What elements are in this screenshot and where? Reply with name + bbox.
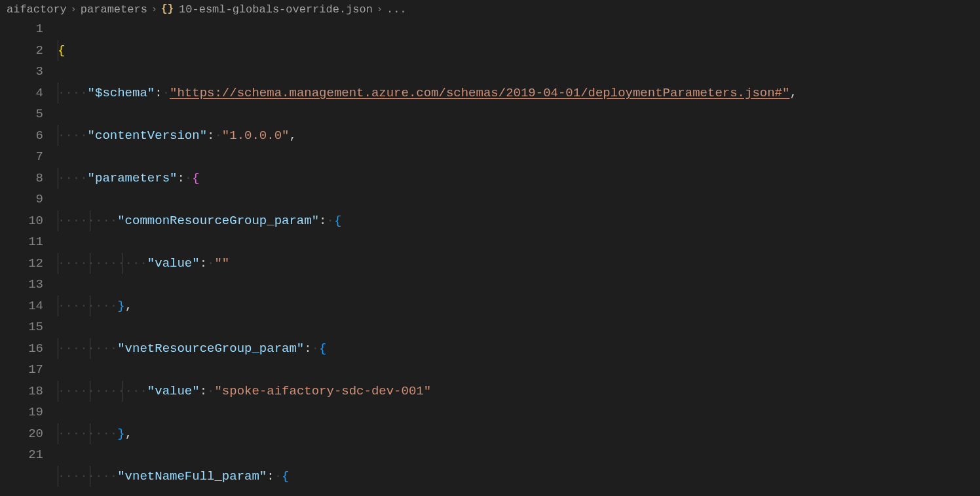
breadcrumb-segment[interactable]: parameters: [81, 3, 147, 16]
line-number: 9: [7, 189, 43, 210]
code-line[interactable]: ····"parameters":·{: [58, 168, 980, 189]
schema-url[interactable]: "https://schema.management.azure.com/sch…: [170, 86, 789, 100]
code-editor[interactable]: 1 2 3 4 5 6 7 8 9 10 11 12 13 14 15 16 1…: [0, 18, 980, 496]
breadcrumb[interactable]: aifactory › parameters › {} 10-esml-glob…: [0, 0, 980, 18]
line-number-gutter: 1 2 3 4 5 6 7 8 9 10 11 12 13 14 15 16 1…: [0, 18, 58, 496]
chevron-right-icon: ›: [71, 4, 77, 15]
chevron-right-icon: ›: [151, 4, 157, 15]
code-line[interactable]: ····"contentVersion":·"1.0.0.0",: [58, 125, 980, 147]
breadcrumb-segment[interactable]: aifactory: [7, 3, 67, 16]
line-number: 3: [7, 61, 43, 83]
line-number: 19: [7, 402, 43, 423]
line-number: 20: [7, 423, 43, 445]
chevron-right-icon: ›: [377, 4, 383, 15]
line-number: 11: [7, 231, 43, 253]
line-number: 7: [7, 146, 43, 168]
line-number: 18: [7, 381, 43, 402]
line-number: 6: [7, 125, 43, 147]
code-line[interactable]: ········"commonResourceGroup_param":·{: [58, 210, 980, 232]
line-number: 10: [7, 210, 43, 232]
code-line[interactable]: {: [58, 40, 980, 62]
line-number: 1: [7, 18, 43, 40]
line-number: 8: [7, 168, 43, 189]
code-line[interactable]: ····"$schema":·"https://schema.managemen…: [58, 83, 980, 104]
line-number: 4: [7, 83, 43, 104]
breadcrumb-filename[interactable]: 10-esml-globals-override.json: [179, 3, 373, 16]
code-line[interactable]: ········},: [58, 296, 980, 317]
line-number: 12: [7, 253, 43, 275]
code-content[interactable]: { ····"$schema":·"https://schema.managem…: [58, 18, 980, 496]
line-number: 13: [7, 274, 43, 296]
code-line[interactable]: ············"value":·"": [58, 253, 980, 275]
code-line[interactable]: ········"vnetNameFull_param":·{: [58, 466, 980, 487]
line-number: 17: [7, 359, 43, 381]
json-icon: {}: [161, 3, 174, 15]
line-number: 14: [7, 296, 43, 317]
code-line[interactable]: ········},: [58, 423, 980, 445]
line-number: 21: [7, 444, 43, 466]
code-line[interactable]: ········"vnetResourceGroup_param":·{: [58, 338, 980, 360]
code-line[interactable]: ············"value":·"spoke-aifactory-sd…: [58, 381, 980, 402]
line-number: 5: [7, 104, 43, 125]
breadcrumb-trailing[interactable]: ...: [386, 3, 407, 16]
line-number: 2: [7, 40, 43, 62]
line-number: 16: [7, 338, 43, 360]
line-number: 15: [7, 316, 43, 338]
